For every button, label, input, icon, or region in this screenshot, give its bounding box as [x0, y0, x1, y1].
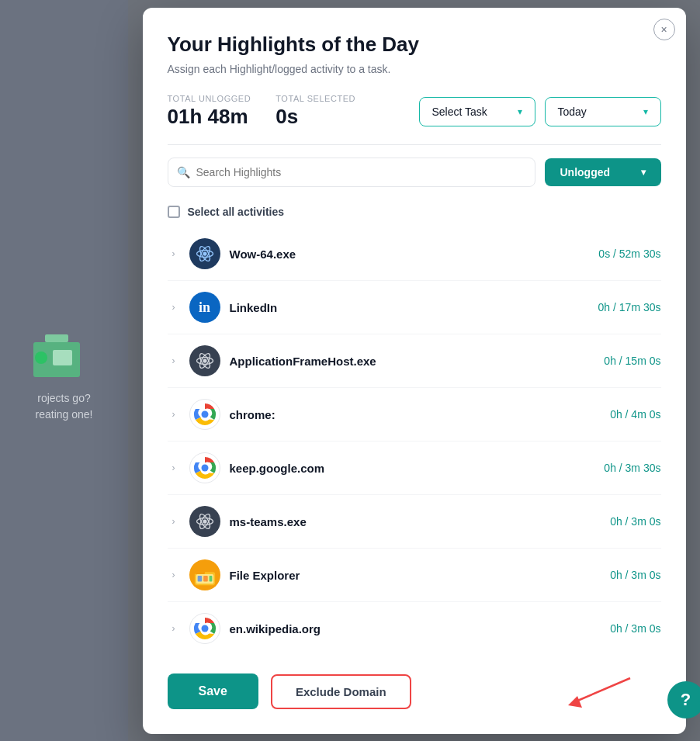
expand-button[interactable]: › [168, 622, 180, 635]
select-all-label: Select all activities [188, 206, 285, 218]
list-item: › in LinkedIn 0h / 17m 30s [168, 281, 661, 334]
app-time: 0h / 3m 0s [610, 569, 660, 581]
select-task-label: Select Task [432, 106, 487, 118]
svg-point-30 [201, 625, 208, 632]
avatar [189, 238, 220, 269]
svg-rect-1 [45, 334, 68, 342]
svg-rect-25 [197, 576, 202, 582]
list-item: › Wow-64.exe 0s / 52m 30s [168, 227, 661, 281]
divider [168, 144, 661, 145]
select-all-row[interactable]: Select all activities [168, 203, 661, 221]
list-item: › keep.google.com 0h / 3m 30s [168, 441, 661, 495]
expand-button[interactable]: › [168, 514, 180, 528]
app-name: File Explorer [230, 569, 601, 582]
today-label: Today [558, 106, 587, 118]
svg-point-4 [203, 251, 206, 255]
app-name: ms-teams.exe [230, 515, 601, 528]
search-wrapper: 🔍 [168, 158, 535, 187]
app-time: 0h / 4m 0s [610, 408, 660, 421]
expand-button[interactable]: › [168, 461, 180, 475]
expand-button[interactable]: › [168, 568, 180, 582]
stats-dropdowns-row: Total Unlogged 01h 48m Total Selected 0s… [168, 94, 661, 129]
list-item: › ms-teams.exe 0h / 3m 0s [168, 495, 661, 549]
app-name: en.wikipedia.org [230, 622, 601, 635]
stats-section: Total Unlogged 01h 48m Total Selected 0s [168, 94, 356, 129]
list-item: › ApplicationFrameHost.exe 0h / 15m 0s [168, 334, 661, 388]
chevron-down-icon: ▾ [643, 106, 648, 117]
app-name: ApplicationFrameHost.exe [230, 355, 595, 368]
close-button[interactable]: × [653, 19, 675, 40]
filter-label: Unlogged [560, 166, 611, 178]
avatar [189, 452, 220, 483]
total-unlogged-stat: Total Unlogged 01h 48m [168, 94, 251, 129]
svg-rect-23 [194, 570, 204, 574]
avatar: in [189, 292, 220, 323]
app-time: 0h / 3m 30s [604, 462, 660, 474]
total-unlogged-label: Total Unlogged [168, 94, 251, 103]
avatar [189, 506, 220, 537]
dropdowns-section: Select Task ▾ Today ▾ [419, 97, 661, 126]
avatar [189, 559, 220, 590]
filter-dropdown[interactable]: Unlogged ▾ [545, 158, 661, 186]
svg-rect-3 [53, 350, 72, 365]
svg-point-8 [203, 358, 206, 362]
chevron-down-icon: ▾ [641, 167, 646, 178]
expand-button[interactable]: › [168, 247, 180, 261]
list-item: › chrome: 0h / 4m 0s [168, 388, 661, 441]
svg-rect-26 [203, 576, 208, 582]
svg-point-18 [203, 519, 206, 523]
modal-title: Your Highlights of the Day [168, 33, 661, 57]
avatar [189, 345, 220, 376]
expand-button[interactable]: › [168, 354, 180, 368]
app-name: chrome: [230, 408, 601, 421]
activity-list: › Wow-64.exe 0s / 52m 30s › in [168, 227, 661, 655]
avatar [189, 613, 220, 644]
search-input[interactable] [168, 158, 535, 187]
app-time: 0h / 3m 0s [610, 515, 660, 528]
svg-rect-27 [209, 576, 212, 582]
app-time: 0h / 15m 0s [604, 355, 660, 367]
bg-text: rojects go? reating one! [36, 390, 93, 423]
save-button[interactable]: Save [168, 673, 258, 709]
help-button[interactable]: ? [667, 681, 701, 718]
total-unlogged-value: 01h 48m [168, 105, 251, 129]
list-item: › en.wikipedia.org 0h / 3m 0s [168, 602, 661, 655]
app-time: 0h / 17m 30s [598, 301, 661, 313]
app-time: 0s / 52m 30s [598, 248, 660, 260]
today-dropdown[interactable]: Today ▾ [545, 97, 661, 126]
chevron-down-icon: ▾ [518, 106, 522, 117]
svg-point-17 [201, 465, 208, 472]
total-selected-stat: Total Selected 0s [275, 94, 355, 129]
app-time: 0h / 3m 0s [610, 622, 660, 635]
avatar [189, 399, 220, 430]
footer-buttons: Save Exclude Domain [168, 673, 661, 709]
total-selected-value: 0s [275, 105, 355, 129]
expand-button[interactable]: › [168, 407, 180, 421]
background-panel: rojects go? reating one! [0, 0, 128, 741]
modal-backdrop: × Your Highlights of the Day Assign each… [128, 0, 700, 741]
svg-point-14 [201, 411, 208, 418]
list-item: › File Explorer 0h / 3m 0s [168, 549, 661, 602]
total-selected-label: Total Selected [275, 94, 355, 103]
svg-point-2 [35, 351, 47, 364]
footer-section: Save Exclude Domain [168, 673, 661, 709]
app-name: keep.google.com [230, 462, 595, 475]
app-name: Wow-64.exe [230, 248, 590, 261]
select-task-dropdown[interactable]: Select Task ▾ [419, 97, 535, 126]
exclude-domain-button[interactable]: Exclude Domain [271, 674, 411, 709]
app-name: LinkedIn [230, 301, 589, 314]
expand-button[interactable]: › [168, 300, 180, 314]
search-icon: 🔍 [177, 166, 190, 178]
modal-subtitle: Assign each Highlight/logged activity to… [168, 63, 661, 75]
modal-container: × Your Highlights of the Day Assign each… [143, 8, 686, 734]
search-filter-row: 🔍 Unlogged ▾ [168, 158, 661, 187]
select-all-checkbox[interactable] [168, 206, 180, 218]
